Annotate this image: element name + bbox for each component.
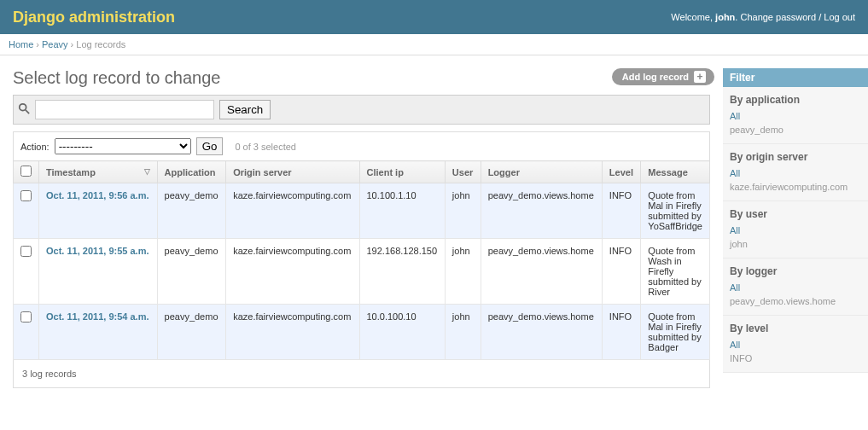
timestamp-link[interactable]: Oct. 11, 2011, 9:55 a.m. <box>46 246 149 256</box>
cell-message: Quote from Mal in Firefly submitted by B… <box>641 305 710 360</box>
search-form: Search <box>13 95 710 125</box>
cell-level: INFO <box>602 239 640 305</box>
filter-value[interactable]: peavy_demo <box>730 125 784 135</box>
add-log-record-button[interactable]: Add log record + <box>612 68 714 85</box>
table-row: Oct. 11, 2011, 9:55 a.m.peavy_demokaze.f… <box>14 239 710 305</box>
cell-timestamp: Oct. 11, 2011, 9:55 a.m. <box>39 239 158 305</box>
cell-logger: peavy_demo.views.home <box>481 305 602 360</box>
filter-heading: Filter <box>723 68 868 87</box>
col-origin-server[interactable]: Origin server <box>226 161 359 183</box>
filter-link[interactable]: All <box>730 168 740 178</box>
filter-block: By loggerAllpeavy_demo.views.home <box>723 259 868 316</box>
cell-client-ip: 10.100.1.10 <box>359 183 445 239</box>
header: Django administration Welcome, john. Cha… <box>0 0 868 34</box>
cell-message: Quote from Wash in Firefly submitted by … <box>641 239 710 305</box>
object-tools: Add log record + <box>612 68 714 85</box>
row-checkbox[interactable] <box>20 246 32 257</box>
col-level[interactable]: Level <box>602 161 640 183</box>
filter-block: By applicationAllpeavy_demo <box>723 87 868 144</box>
cell-origin-server: kaze.fairviewcomputing.com <box>226 183 359 239</box>
change-password-link[interactable]: Change password <box>740 12 816 22</box>
cell-application: peavy_demo <box>157 183 226 239</box>
filter-value[interactable]: john <box>730 239 748 249</box>
table-row: Oct. 11, 2011, 9:54 a.m.peavy_demokaze.f… <box>14 305 710 360</box>
row-checkbox-cell <box>14 183 39 239</box>
col-application[interactable]: Application <box>157 161 226 183</box>
row-checkbox[interactable] <box>20 311 32 322</box>
plus-icon: + <box>694 71 706 83</box>
filter-value[interactable]: peavy_demo.views.home <box>730 296 836 306</box>
cell-client-ip: 192.168.128.150 <box>359 239 445 305</box>
col-user[interactable]: User <box>445 161 481 183</box>
cell-application: peavy_demo <box>157 305 226 360</box>
filter-item: kaze.fairviewcomputing.com <box>730 180 861 194</box>
cell-origin-server: kaze.fairviewcomputing.com <box>226 305 359 360</box>
cell-level: INFO <box>602 305 640 360</box>
breadcrumb-current: Log records <box>76 39 125 49</box>
col-client-ip[interactable]: Client ip <box>359 161 445 183</box>
breadcrumb: Home›Peavy›Log records <box>0 34 868 55</box>
search-button[interactable]: Search <box>219 100 271 119</box>
search-icon <box>18 102 30 117</box>
col-message[interactable]: Message <box>641 161 710 183</box>
col-logger[interactable]: Logger <box>481 161 602 183</box>
results-table: Timestamp▽ Application Origin server Cli… <box>13 160 710 360</box>
paginator: 3 log records <box>13 360 710 388</box>
filter-title: By user <box>730 208 861 220</box>
user-tools: Welcome, john. Change password / Log out <box>671 12 855 22</box>
cell-logger: peavy_demo.views.home <box>481 239 602 305</box>
cell-application: peavy_demo <box>157 239 226 305</box>
filter-item: All <box>730 281 861 294</box>
col-timestamp[interactable]: Timestamp▽ <box>39 161 158 183</box>
cell-origin-server: kaze.fairviewcomputing.com <box>226 239 359 305</box>
breadcrumb-home[interactable]: Home <box>9 39 33 49</box>
filter-item: All <box>730 224 861 237</box>
filter-block: By levelAllINFO <box>723 316 868 373</box>
row-checkbox-cell <box>14 305 39 360</box>
filter-value[interactable]: INFO <box>730 353 752 363</box>
cell-user: john <box>445 183 481 239</box>
filter-title: By logger <box>730 265 861 277</box>
cell-logger: peavy_demo.views.home <box>481 183 602 239</box>
row-checkbox-cell <box>14 239 39 305</box>
filter-title: By level <box>730 322 861 334</box>
actions-bar: Action: --------- Go 0 of 3 selected <box>13 131 710 160</box>
table-row: Oct. 11, 2011, 9:56 a.m.peavy_demokaze.f… <box>14 183 710 239</box>
action-go-button[interactable]: Go <box>196 137 224 155</box>
cell-timestamp: Oct. 11, 2011, 9:56 a.m. <box>39 183 158 239</box>
svg-line-1 <box>26 110 29 113</box>
filter-item: All <box>730 109 861 123</box>
logout-link[interactable]: Log out <box>824 12 855 22</box>
cell-timestamp: Oct. 11, 2011, 9:54 a.m. <box>39 305 158 360</box>
timestamp-link[interactable]: Oct. 11, 2011, 9:56 a.m. <box>46 190 149 200</box>
filter-title: By origin server <box>730 151 861 163</box>
filter-block: By origin serverAllkaze.fairviewcomputin… <box>723 144 868 201</box>
breadcrumb-app[interactable]: Peavy <box>42 39 68 49</box>
page-title: Select log record to change <box>13 68 710 88</box>
filter-link[interactable]: All <box>730 111 740 121</box>
filter-item: INFO <box>730 352 861 365</box>
filter-item: peavy_demo.views.home <box>730 294 861 308</box>
filter-sidebar: Filter By applicationAllpeavy_demoBy ori… <box>723 68 868 401</box>
selection-counter: 0 of 3 selected <box>235 142 296 152</box>
filter-item: john <box>730 237 861 251</box>
select-all-checkbox[interactable] <box>20 166 32 177</box>
cell-client-ip: 10.0.100.10 <box>359 305 445 360</box>
current-user: john <box>715 12 735 22</box>
timestamp-link[interactable]: Oct. 11, 2011, 9:54 a.m. <box>46 311 149 322</box>
cell-message: Quote from Mal in Firefly submitted by Y… <box>641 183 710 239</box>
filter-link[interactable]: All <box>730 225 740 235</box>
filter-item: All <box>730 338 861 352</box>
filter-value[interactable]: kaze.fairviewcomputing.com <box>730 182 848 192</box>
search-input[interactable] <box>35 100 214 119</box>
cell-user: john <box>445 239 481 305</box>
filter-link[interactable]: All <box>730 340 740 350</box>
sort-desc-icon: ▽ <box>144 167 150 176</box>
add-log-record-label: Add log record <box>622 72 689 82</box>
action-label: Action: <box>20 142 50 152</box>
action-select[interactable]: --------- <box>55 138 191 154</box>
row-checkbox[interactable] <box>20 190 32 201</box>
cell-user: john <box>445 305 481 360</box>
filter-link[interactable]: All <box>730 282 740 293</box>
svg-point-0 <box>20 104 26 111</box>
